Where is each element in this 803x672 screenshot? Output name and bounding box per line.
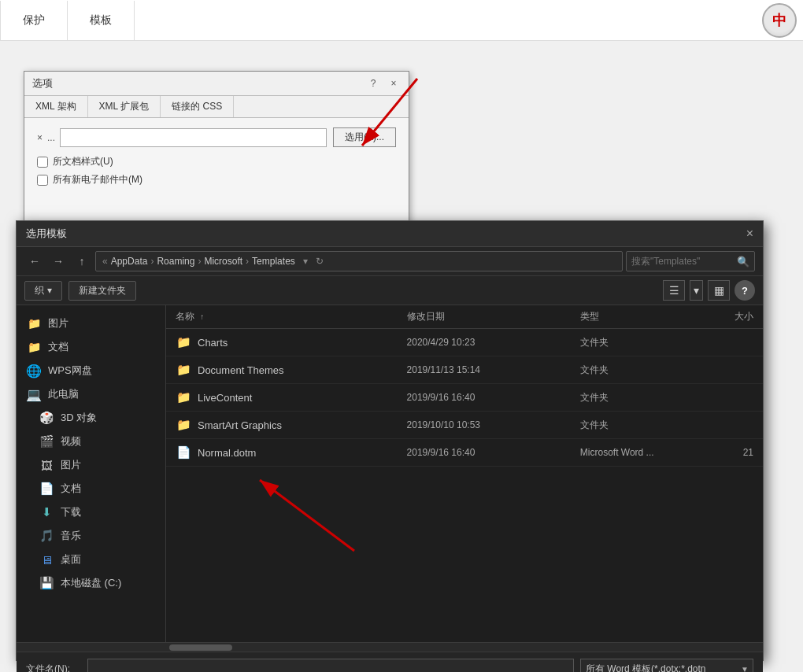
- filename-input[interactable]: [87, 659, 574, 672]
- checkbox-row-1: 所文档样式(U): [37, 155, 396, 168]
- filetype-select[interactable]: 所有 Word 模板(*.dotx;*.dotn: [580, 659, 753, 672]
- checkbox-all-doc-styles[interactable]: [37, 157, 48, 168]
- fp-search-input[interactable]: [631, 256, 734, 267]
- breadcrumb-dropdown[interactable]: ▾: [303, 256, 308, 267]
- table-row[interactable]: 📄 Normal.dotm 2019/9/16 16:40 Microsoft …: [166, 439, 763, 467]
- sidebar-label-6: 图片: [61, 458, 81, 472]
- file-name-2: 📁 LiveContent: [176, 390, 407, 405]
- fp-new-folder-btn[interactable]: 新建文件夹: [68, 281, 136, 301]
- sidebar-icon-10: 🖥: [39, 552, 54, 567]
- file-date-2: 2019/9/16 16:40: [407, 392, 580, 403]
- fp-files-header: 名称 ↑ 修改日期 类型 大小: [166, 305, 763, 329]
- checkbox-all-new-email[interactable]: [37, 175, 48, 186]
- apply-template-btn[interactable]: 选用(A)...: [333, 127, 396, 147]
- sidebar-item-this-pc[interactable]: 💻 此电脑: [17, 382, 165, 406]
- sidebar-folder-icon-0: 📁: [26, 316, 42, 331]
- fp-view-list-btn[interactable]: ☰: [663, 280, 685, 301]
- filepicker-dialog: 选用模板 × ← → ↑ « AppData › Roaming › Micro…: [16, 220, 764, 661]
- sidebar-item-wps-cloud[interactable]: 🌐 WPS网盘: [17, 359, 165, 382]
- table-row[interactable]: 📁 SmartArt Graphics 2019/10/10 10:53 文件夹: [166, 412, 763, 439]
- sidebar-item-docs[interactable]: 📁 文档: [17, 335, 165, 359]
- template-path-input[interactable]: [60, 128, 327, 147]
- file-type-2: 文件夹: [580, 391, 696, 404]
- sidebar-item-images[interactable]: 🖼 图片: [17, 453, 165, 477]
- sidebar-item-video[interactable]: 🎬 视频: [17, 430, 165, 453]
- filename-label: 文件名(N):: [26, 663, 81, 673]
- col-header-size[interactable]: 大小: [696, 310, 753, 323]
- fp-view-tiles-btn[interactable]: ▦: [708, 280, 730, 301]
- fp-hscrollbar[interactable]: [17, 642, 763, 652]
- sidebar-item-docs2[interactable]: 📄 文档: [17, 477, 165, 500]
- sidebar-label-10: 桌面: [61, 552, 81, 567]
- file-date-3: 2019/10/10 10:53: [407, 419, 580, 430]
- sidebar-folder-icon-1: 📁: [26, 339, 42, 355]
- file-icon-4: 📄: [176, 445, 191, 460]
- filepicker-actions: 织 ▾ 新建文件夹 ☰ ▾ ▦ ?: [17, 276, 763, 305]
- sidebar-icon-7: 📄: [39, 481, 54, 497]
- sidebar-label-7: 文档: [61, 482, 81, 496]
- file-type-4: Microsoft Word ...: [580, 447, 696, 458]
- sidebar-label-8: 下载: [61, 505, 81, 519]
- fp-organize-btn[interactable]: 织 ▾: [24, 281, 62, 301]
- sidebar-item-local-disk[interactable]: 💾 本地磁盘 (C:): [17, 571, 165, 595]
- breadcrumb-roaming[interactable]: Roaming: [157, 256, 194, 267]
- breadcrumb-refresh[interactable]: ↻: [316, 256, 324, 267]
- table-row[interactable]: 📁 Charts 2020/4/29 10:23 文件夹: [166, 329, 763, 356]
- dialog-close-btn[interactable]: ×: [387, 76, 401, 90]
- fp-back-btn[interactable]: ←: [24, 251, 45, 271]
- sidebar-label-11: 本地磁盘 (C:): [61, 576, 121, 590]
- options-tab-xml-arch[interactable]: XML 架构: [24, 96, 88, 117]
- sidebar-icon-8: ⬇: [39, 504, 54, 520]
- dialog-question-btn[interactable]: ?: [366, 76, 380, 90]
- filepicker-title: 选用模板: [26, 227, 67, 241]
- sidebar-icon-2: 🌐: [26, 363, 42, 378]
- file-icon-2: 📁: [176, 390, 191, 405]
- hscroll-thumb[interactable]: [169, 644, 232, 651]
- breadcrumb-appdata[interactable]: AppData: [111, 256, 148, 267]
- sidebar-item-3d[interactable]: 🎲 3D 对象: [17, 406, 165, 430]
- small-close-icon[interactable]: ×: [37, 132, 43, 143]
- file-type-0: 文件夹: [580, 336, 696, 349]
- breadcrumb-templates[interactable]: Templates: [252, 256, 295, 267]
- table-row[interactable]: 📁 Document Themes 2019/11/13 15:14 文件夹: [166, 356, 763, 384]
- file-icon-1: 📁: [176, 362, 191, 378]
- options-dialog: 选项 ? × XML 架构 XML 扩展包 链接的 CSS × ... 选用(A…: [24, 71, 409, 244]
- tab-protect[interactable]: 保护: [0, 1, 68, 40]
- file-type-1: 文件夹: [580, 364, 696, 377]
- breadcrumb-sep-1: ›: [150, 256, 154, 267]
- sidebar-label-0: 图片: [48, 316, 68, 330]
- sidebar-item-music[interactable]: 🎵 音乐: [17, 524, 165, 548]
- breadcrumb-sep-3: ›: [246, 256, 249, 267]
- sidebar-icon-11: 💾: [39, 575, 54, 591]
- sidebar-item-pictures[interactable]: 📁 图片: [17, 312, 165, 335]
- fp-up-btn[interactable]: ↑: [72, 251, 92, 271]
- filepicker-close-btn[interactable]: ×: [746, 227, 753, 241]
- file-type-3: 文件夹: [580, 419, 696, 432]
- fp-breadcrumb: « AppData › Roaming › Microsoft › Templa…: [95, 251, 623, 271]
- sidebar-label-2: WPS网盘: [48, 364, 92, 378]
- breadcrumb-microsoft[interactable]: Microsoft: [204, 256, 242, 267]
- sidebar-item-downloads[interactable]: ⬇ 下载: [17, 500, 165, 524]
- checkbox-row-2: 所有新电子邮件中(M): [37, 173, 396, 186]
- table-row[interactable]: 📁 LiveContent 2019/9/16 16:40 文件夹: [166, 384, 763, 412]
- col-header-name[interactable]: 名称 ↑: [176, 310, 407, 323]
- fp-forward-btn[interactable]: →: [48, 251, 68, 271]
- breadcrumb-sep-0: «: [102, 256, 108, 267]
- col-header-type[interactable]: 类型: [580, 310, 696, 323]
- options-body: × ... 选用(A)... 所文档样式(U) 所有新电子邮件中(M): [24, 118, 409, 201]
- file-size-4: 21: [696, 447, 753, 458]
- sidebar-label-5: 视频: [61, 434, 81, 449]
- fp-view-grid-btn[interactable]: ▾: [690, 280, 703, 301]
- sidebar-item-desktop[interactable]: 🖥 桌面: [17, 548, 165, 571]
- options-tab-linked-css[interactable]: 链接的 CSS: [161, 96, 234, 117]
- filepicker-content: 📁 图片 📁 文档 🌐 WPS网盘 💻 此电脑 🎲 3D 对象 🎬 视频: [17, 305, 763, 642]
- breadcrumb-sep-2: ›: [198, 256, 201, 267]
- col-header-date[interactable]: 修改日期: [407, 310, 580, 323]
- small-dots-icon[interactable]: ...: [47, 132, 55, 143]
- filepicker-bottom: 文件名(N): 所有 Word 模板(*.dotx;*.dotn 工具(L) ▾…: [17, 652, 763, 672]
- tab-template[interactable]: 模板: [68, 1, 135, 40]
- hscroll-track: [166, 643, 763, 652]
- options-tab-xml-ext[interactable]: XML 扩展包: [88, 96, 161, 117]
- fp-help-btn[interactable]: ?: [735, 280, 755, 301]
- organize-dropdown-icon: ▾: [47, 285, 52, 296]
